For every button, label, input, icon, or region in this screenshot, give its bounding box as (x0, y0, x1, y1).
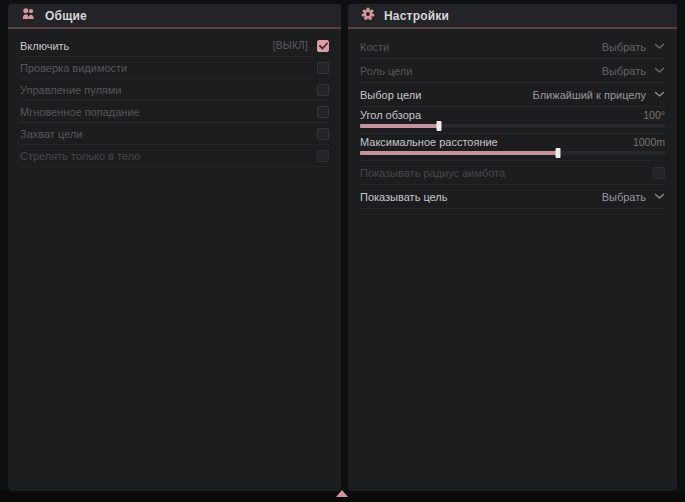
row-checkbox: Стрелять только в тело (20, 145, 329, 167)
row-slider: Максимальное расстояние1000m (360, 134, 665, 161)
gear-icon (361, 7, 375, 25)
dropdown-value: Выбрать (602, 191, 646, 203)
users-icon (21, 7, 36, 25)
keybind-label[interactable]: [ВЫКЛ] (273, 40, 308, 51)
row-label: Захват цели (20, 128, 82, 140)
checkbox[interactable] (317, 40, 329, 52)
slider-header: Максимальное расстояние1000m (360, 135, 665, 149)
slider-fill (360, 151, 558, 155)
row-controls (317, 128, 329, 140)
row-controls: [ВЫКЛ] (273, 40, 329, 52)
checkbox[interactable] (653, 167, 665, 179)
row-label: Управление пулями (20, 84, 122, 96)
checkbox[interactable] (317, 84, 329, 96)
panel-title: Общие (45, 9, 87, 23)
row-label: Максимальное расстояние (360, 136, 498, 148)
row-dropdown: Выбор целиБлижайший к прицелу (360, 83, 665, 107)
slider-knob[interactable] (556, 148, 561, 158)
row-controls: Выбрать (602, 41, 665, 53)
row-checkbox: Проверка видимости (20, 57, 329, 79)
slider-value: 1000m (633, 136, 665, 148)
row-checkbox: Управление пулями (20, 79, 329, 101)
checkbox[interactable] (317, 62, 329, 74)
slider-track[interactable] (360, 151, 665, 155)
checkbox[interactable] (317, 150, 329, 162)
slider-knob[interactable] (437, 121, 442, 131)
chevron-down-icon (654, 193, 665, 200)
checkbox[interactable] (317, 128, 329, 140)
row-label: Роль цели (360, 65, 412, 77)
panel-general: Общие Включить[ВЫКЛ]Проверка видимостиУп… (8, 4, 341, 491)
dropdown-value: Ближайший к прицелу (533, 89, 646, 101)
row-dropdown: КостиВыбрать (360, 35, 665, 59)
slider-track[interactable] (360, 124, 665, 128)
row-checkbox: Показывать радиус аимбота (360, 161, 665, 185)
chevron-down-icon (654, 43, 665, 50)
row-dropdown: Роль целиВыбрать (360, 59, 665, 83)
row-label: Выбор цели (360, 89, 421, 101)
row-label: Кости (360, 41, 389, 53)
row-controls (317, 62, 329, 74)
row-checkbox: Включить[ВЫКЛ] (20, 35, 329, 57)
row-controls (653, 167, 665, 179)
row-controls: Выбрать (602, 65, 665, 77)
panel-general-header: Общие (8, 4, 341, 29)
row-controls (317, 106, 329, 118)
row-controls (317, 150, 329, 162)
row-checkbox: Захват цели (20, 123, 329, 145)
row-label: Показывать радиус аимбота (360, 167, 505, 179)
dropdown[interactable]: Выбрать (602, 41, 665, 53)
row-controls (317, 84, 329, 96)
scroll-up-indicator (336, 490, 348, 497)
dropdown[interactable]: Выбрать (602, 191, 665, 203)
slider-header: Угол обзора100° (360, 108, 665, 122)
row-dropdown: Показывать цельВыбрать (360, 185, 665, 209)
row-checkbox: Мгновенное попадание (20, 101, 329, 123)
dropdown[interactable]: Выбрать (602, 65, 665, 77)
row-label: Угол обзора (360, 109, 421, 121)
slider-fill (360, 124, 439, 128)
chevron-down-icon (654, 91, 665, 98)
dropdown-value: Выбрать (602, 65, 646, 77)
panel-settings-header: Настройки (348, 4, 677, 29)
panel-settings: Настройки КостиВыбратьРоль целиВыбратьВы… (348, 4, 677, 491)
check-icon (319, 42, 328, 50)
checkbox[interactable] (317, 106, 329, 118)
row-controls: Ближайший к прицелу (533, 89, 665, 101)
slider-value: 100° (643, 109, 665, 121)
chevron-down-icon (654, 67, 665, 74)
row-controls: Выбрать (602, 191, 665, 203)
row-slider: Угол обзора100° (360, 107, 665, 134)
row-label: Включить (20, 40, 69, 52)
panel-general-body: Включить[ВЫКЛ]Проверка видимостиУправлен… (8, 29, 341, 167)
dropdown-value: Выбрать (602, 41, 646, 53)
panel-title: Настройки (384, 9, 449, 23)
row-label: Мгновенное попадание (20, 106, 140, 118)
dropdown[interactable]: Ближайший к прицелу (533, 89, 665, 101)
row-label: Показывать цель (360, 191, 448, 203)
row-label: Проверка видимости (20, 62, 127, 74)
row-label: Стрелять только в тело (20, 150, 140, 162)
panel-settings-body: КостиВыбратьРоль целиВыбратьВыбор целиБл… (348, 29, 677, 209)
